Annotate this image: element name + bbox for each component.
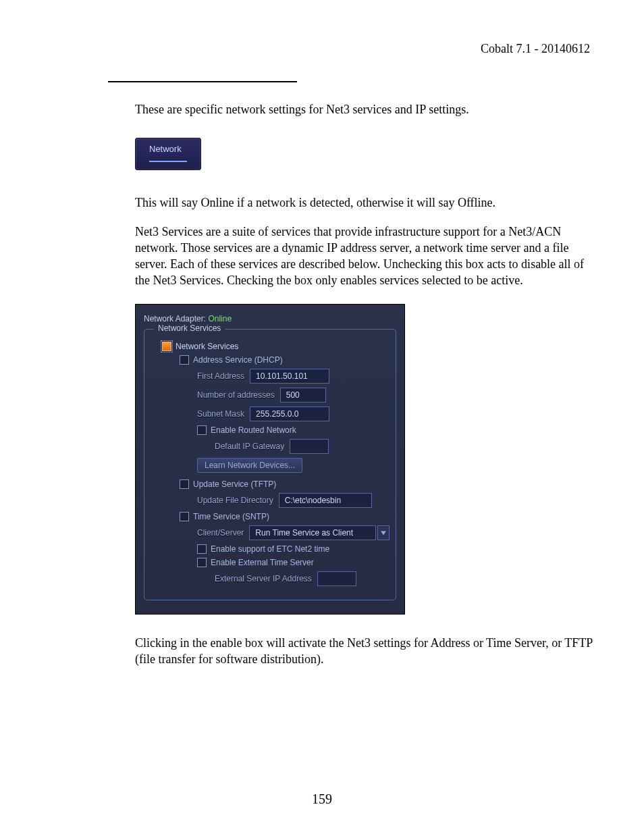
intro-paragraph-2: This will say Online if a network is det… [135,194,594,211]
dhcp-row[interactable]: Address Service (DHCP) [180,355,390,365]
network-button-label: Network [149,144,187,154]
subnet-mask-row: Subnet Mask 255.255.0.0 [197,407,390,421]
sntp-row[interactable]: Time Service (SNTP) [180,512,390,521]
network-services-row[interactable]: Network Services [162,342,390,351]
learn-devices-row: Learn Network Devices... [197,458,390,473]
sntp-net2-label: Enable support of ETC Net2 time [211,544,329,554]
routed-checkbox[interactable] [197,425,207,435]
gateway-label: Default IP Gateway [215,442,284,451]
sntp-mode-row: Client/Server Run Time Service as Client [197,525,390,540]
sntp-net2-row[interactable]: Enable support of ETC Net2 time [197,544,390,554]
routed-label: Enable Routed Network [211,425,296,435]
first-address-input[interactable]: 10.101.50.101 [250,369,329,384]
network-services-label: Network Services [176,342,238,351]
network-panel: Network Adapter: Online Network Services… [135,304,405,615]
intro-paragraph-4: Clicking in the enable box will activate… [135,635,594,668]
first-address-label: First Address [197,371,244,381]
tftp-row[interactable]: Update Service (TFTP) [180,479,390,489]
intro-paragraph-3: Net3 Services are a suite of services th… [135,224,594,289]
gateway-input[interactable] [290,439,329,454]
sntp-mode-label: Client/Server [197,528,244,538]
network-button-underline [149,161,187,162]
sntp-ext-row[interactable]: Enable External Time Server [197,558,390,567]
section-rule [108,81,297,82]
sntp-mode-value: Run Time Service as Client [249,525,376,540]
tftp-checkbox[interactable] [180,479,189,489]
dhcp-label: Address Service (DHCP) [193,355,283,365]
sntp-ext-ip-row: External Server IP Address [215,571,390,586]
dhcp-checkbox[interactable] [180,355,189,365]
page-number: 159 [0,791,644,807]
sntp-label: Time Service (SNTP) [193,512,269,521]
network-button[interactable]: Network [135,138,201,170]
subnet-mask-label: Subnet Mask [197,409,244,419]
num-addresses-label: Number of addresses [197,390,275,400]
sntp-net2-checkbox[interactable] [197,544,207,554]
sntp-checkbox[interactable] [180,512,189,521]
gateway-row: Default IP Gateway [215,439,390,454]
sntp-ext-ip-input[interactable] [317,571,356,586]
sntp-mode-select[interactable]: Run Time Service as Client [249,525,390,540]
sntp-ext-ip-label: External Server IP Address [215,574,312,583]
tftp-dir-input[interactable]: C:\etc\nodesbin [279,493,372,508]
network-services-fieldset: Network Services Network Services Addres… [144,329,396,600]
header-version: Cobalt 7.1 - 20140612 [481,42,590,56]
network-services-checkbox[interactable] [162,342,171,351]
sntp-ext-label: Enable External Time Server [211,558,314,567]
adapter-label: Network Adapter: [144,314,206,323]
tftp-dir-row: Update File Directory C:\etc\nodesbin [197,493,390,508]
sntp-ext-checkbox[interactable] [197,558,207,567]
first-address-row: First Address 10.101.50.101 [197,369,390,384]
learn-devices-button[interactable]: Learn Network Devices... [197,458,302,473]
intro-paragraph-1: These are specific network settings for … [135,101,594,118]
adapter-status: Online [208,314,232,323]
num-addresses-row: Number of addresses 500 [197,388,390,402]
chevron-down-icon[interactable] [377,525,390,540]
subnet-mask-input[interactable]: 255.255.0.0 [250,407,329,421]
fieldset-legend: Network Services [154,323,225,333]
tftp-dir-label: Update File Directory [197,496,273,505]
tftp-label: Update Service (TFTP) [193,479,276,489]
adapter-status-line: Network Adapter: Online [144,314,396,323]
routed-row[interactable]: Enable Routed Network [197,425,390,435]
num-addresses-input[interactable]: 500 [280,388,326,402]
